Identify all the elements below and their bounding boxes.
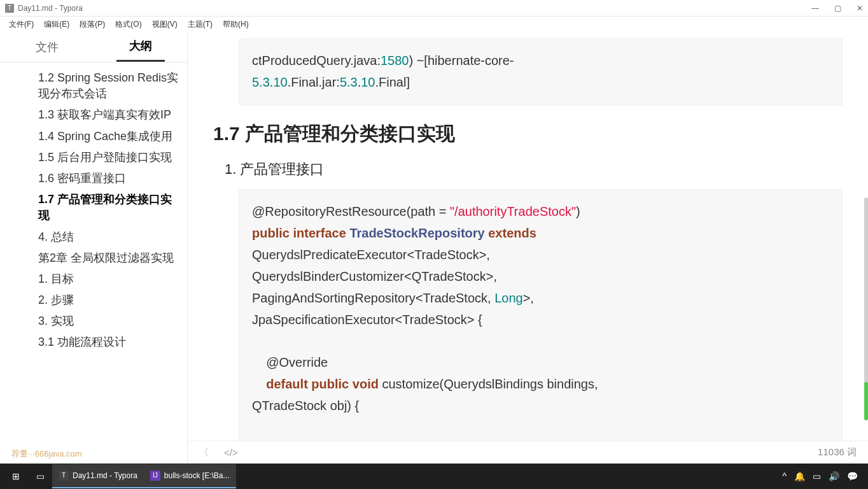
back-icon[interactable]: 〈	[199, 446, 209, 458]
code-toggle-icon[interactable]: </>	[224, 447, 238, 458]
outline-item[interactable]: 1.6 密码重置接口	[38, 168, 187, 189]
system-tray[interactable]: ^ 🔔 ▭ 🔊 💬	[782, 471, 864, 481]
editor-content[interactable]: ctProducedQuery.java:1580) ~[hibernate-c…	[188, 32, 868, 464]
outline-item[interactable]: 2. 步骤	[38, 290, 187, 311]
start-button[interactable]: ⊞	[4, 464, 28, 488]
outline-item[interactable]: 1.2 Spring Session Redis实现分布式会话	[38, 67, 187, 104]
outline-item[interactable]: 1. 目标	[38, 269, 187, 290]
list-item-1[interactable]: 1. 产品管理接口	[225, 160, 843, 179]
title-bar: T Day11.md - Typora — ▢ ✕	[0, 0, 868, 17]
taskbar-app-idea[interactable]: IJ bulls-stock [E:\Ba...	[144, 464, 236, 488]
app-icon: T	[5, 4, 14, 13]
close-button[interactable]: ✕	[857, 4, 863, 13]
tray-action-center-icon[interactable]: 💬	[847, 471, 858, 481]
minimize-button[interactable]: —	[811, 4, 819, 13]
menu-bar: 文件(F) 编辑(E) 段落(P) 格式(O) 视图(V) 主题(T) 帮助(H…	[0, 17, 868, 32]
tab-outline[interactable]: 大纲	[116, 32, 165, 62]
heading-1-7[interactable]: 1.7 产品管理和分类接口实现	[213, 121, 843, 147]
code-block-stacktrace[interactable]: ctProducedQuery.java:1580) ~[hibernate-c…	[239, 38, 843, 106]
tray-volume-icon[interactable]: 🔊	[829, 471, 839, 481]
outline-item[interactable]: 3. 实现	[38, 311, 187, 332]
windows-taskbar: ⊞ ▭ T Day11.md - Typora IJ bulls-stock […	[0, 464, 868, 489]
outline-item[interactable]: 1.4 Spring Cache集成使用	[38, 126, 187, 147]
scrollbar-change-marker	[864, 382, 868, 420]
outline-item[interactable]: 1.5 后台用户登陆接口实现	[38, 147, 187, 168]
menu-edit[interactable]: 编辑(E)	[39, 18, 74, 31]
outline-item[interactable]: 4. 总结	[38, 227, 187, 248]
status-bar: 〈 </> 11036 词	[188, 441, 868, 464]
tray-battery-icon[interactable]: ▭	[813, 471, 821, 481]
task-view-button[interactable]: ▭	[28, 464, 52, 488]
outline-item[interactable]: 第2章 全局权限过滤器实现	[38, 248, 187, 269]
tab-files[interactable]: 文件	[23, 33, 71, 61]
outline-item[interactable]: 3.1 功能流程设计	[38, 332, 187, 353]
code-block-repository[interactable]: @RepositoryRestResource(path = "/authori…	[239, 189, 843, 464]
outline-item[interactable]: 1.3 获取客户端真实有效IP	[38, 104, 187, 125]
taskbar-app-idea-label: bulls-stock [E:\Ba...	[164, 471, 230, 480]
sidebar: 文件 大纲 1.2 Spring Session Redis实现分布式会话1.3…	[0, 32, 188, 464]
menu-view[interactable]: 视图(V)	[147, 18, 183, 31]
watermark: 荐量···666java.com	[11, 448, 82, 460]
tray-notification-icon[interactable]: 🔔	[794, 471, 805, 481]
menu-format[interactable]: 格式(O)	[110, 18, 146, 31]
outline-list[interactable]: 1.2 Spring Session Redis实现分布式会话1.3 获取客户端…	[0, 62, 187, 464]
maximize-button[interactable]: ▢	[834, 4, 841, 13]
tray-chevron-icon[interactable]: ^	[782, 471, 787, 481]
word-count[interactable]: 11036 词	[818, 446, 857, 458]
sidebar-tabs: 文件 大纲	[0, 32, 187, 62]
menu-paragraph[interactable]: 段落(P)	[74, 18, 110, 31]
menu-theme[interactable]: 主题(T)	[183, 18, 218, 31]
outline-item[interactable]: 1.7 产品管理和分类接口实现	[38, 189, 187, 226]
menu-help[interactable]: 帮助(H)	[218, 18, 254, 31]
taskbar-app-typora-label: Day11.md - Typora	[73, 471, 137, 480]
menu-file[interactable]: 文件(F)	[4, 18, 39, 31]
window-title: Day11.md - Typora	[18, 4, 83, 13]
scrollbar-track[interactable]	[864, 197, 868, 414]
taskbar-app-typora[interactable]: T Day11.md - Typora	[52, 464, 144, 488]
